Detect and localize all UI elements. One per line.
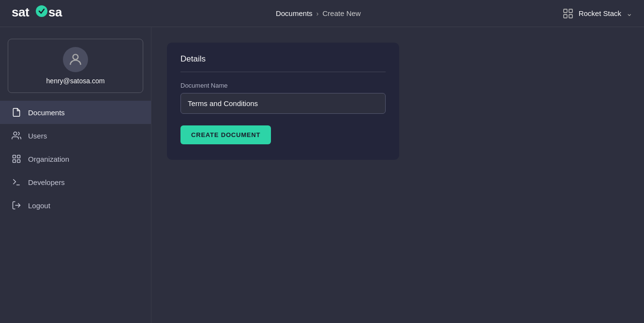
avatar xyxy=(63,47,88,72)
svg-rect-5 xyxy=(564,15,567,18)
svg-rect-4 xyxy=(569,9,572,13)
document-name-group: Document Name xyxy=(180,82,386,114)
svg-point-7 xyxy=(73,54,78,60)
chevron-down-icon: ⌄ xyxy=(626,9,632,18)
sidebar-item-users-label: Users xyxy=(28,132,47,140)
logo-text: sat sa xyxy=(12,3,75,24)
svg-rect-9 xyxy=(13,155,16,158)
developers-icon xyxy=(12,177,21,187)
header: sat sa Documents › Create New Rocket Sta… xyxy=(0,0,644,27)
sidebar-item-developers-label: Developers xyxy=(28,178,65,186)
page-layout: henry@satosa.com Documents Users xyxy=(0,27,644,323)
breadcrumb-separator: › xyxy=(316,10,319,17)
sidebar: henry@satosa.com Documents Users xyxy=(0,27,151,323)
logout-icon xyxy=(12,200,21,210)
sidebar-item-documents[interactable]: Documents xyxy=(0,101,151,124)
details-card: Details Document Name CREATE DOCUMENT xyxy=(167,43,399,160)
svg-point-1 xyxy=(36,5,47,17)
users-icon xyxy=(12,131,21,140)
svg-rect-12 xyxy=(17,160,20,163)
breadcrumb-parent[interactable]: Documents xyxy=(276,9,313,17)
sidebar-item-organization-label: Organization xyxy=(28,155,69,163)
sidebar-item-organization[interactable]: Organization xyxy=(0,147,151,170)
svg-rect-3 xyxy=(564,9,567,13)
document-name-label: Document Name xyxy=(180,82,386,89)
sidebar-item-developers[interactable]: Developers xyxy=(0,170,151,194)
org-icon xyxy=(562,8,574,19)
svg-text:sat: sat xyxy=(12,5,30,19)
user-email: henry@satosa.com xyxy=(46,77,105,85)
svg-rect-6 xyxy=(569,15,572,18)
org-name: Rocket Stack xyxy=(579,9,621,17)
sidebar-item-documents-label: Documents xyxy=(28,108,65,117)
svg-rect-11 xyxy=(13,160,16,163)
breadcrumb-current: Create New xyxy=(322,9,360,17)
user-card: henry@satosa.com xyxy=(8,39,143,93)
svg-rect-10 xyxy=(17,155,20,158)
svg-text:sa: sa xyxy=(48,5,62,19)
org-selector[interactable]: Rocket Stack ⌄ xyxy=(562,8,632,19)
document-name-input[interactable] xyxy=(180,93,386,114)
organization-icon xyxy=(12,154,21,164)
user-icon xyxy=(68,52,83,67)
sidebar-item-logout[interactable]: Logout xyxy=(0,194,151,217)
sidebar-nav: Documents Users Organization xyxy=(0,101,151,217)
details-title: Details xyxy=(180,54,386,72)
logo: sat sa xyxy=(12,3,75,24)
sidebar-item-logout-label: Logout xyxy=(28,201,50,210)
document-icon xyxy=(12,108,21,117)
breadcrumb: Documents › Create New xyxy=(276,9,361,17)
sidebar-item-users[interactable]: Users xyxy=(0,124,151,147)
main-content: Details Document Name CREATE DOCUMENT xyxy=(151,27,644,323)
create-document-button[interactable]: CREATE DOCUMENT xyxy=(180,125,271,144)
svg-point-8 xyxy=(14,132,17,136)
